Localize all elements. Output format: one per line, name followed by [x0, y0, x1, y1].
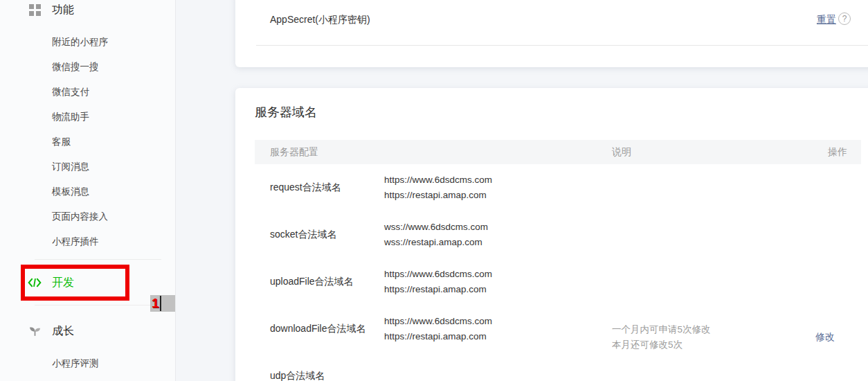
table-row: downloadFile合法域名 https://www.6dsdcms.com…: [255, 305, 612, 353]
domain-type-label: downloadFile合法域名: [255, 323, 384, 335]
sidebar-item-plugins[interactable]: 小程序插件: [52, 235, 99, 249]
sidebar-section-growth[interactable]: 成长: [0, 321, 176, 341]
col-header-desc: 说明: [612, 146, 820, 159]
annotation-marker: 1: [150, 295, 175, 312]
sidebar-item-template-message[interactable]: 模板消息: [52, 185, 89, 199]
table-body: request合法域名 https://www.6dsdcms.com http…: [255, 164, 861, 381]
domain-url: https://restapi.amap.com: [384, 329, 612, 344]
domain-url: https://restapi.amap.com: [384, 282, 612, 297]
sidebar-item-page-content[interactable]: 页面内容接入: [52, 210, 108, 224]
domain-values: https://www.6dsdcms.com https://restapi.…: [384, 267, 612, 297]
sidebar-divider: [35, 305, 161, 305]
sidebar-section-develop[interactable]: 开发: [0, 273, 176, 292]
sidebar-section-features[interactable]: 功能: [0, 0, 176, 19]
domain-url: https://www.6dsdcms.com: [384, 314, 612, 329]
domain-type-label: udp合法域名: [255, 370, 384, 381]
table-row: udp合法域名: [255, 353, 612, 381]
col-header-config: 服务器配置: [270, 146, 612, 159]
server-domain-card: 服务器域名 服务器配置 说明 操作 request合法域名 https://ww…: [235, 88, 868, 381]
domain-type-label: socket合法域名: [255, 229, 384, 241]
domain-url: https://www.6dsdcms.com: [384, 172, 612, 188]
sidebar-section-label: 开发: [52, 276, 74, 290]
modify-quota-description: 一个月内可申请5次修改 本月还可修改5次: [612, 322, 711, 353]
help-icon[interactable]: ?: [838, 12, 851, 25]
sprout-icon: [28, 324, 42, 338]
sidebar-section-label: 成长: [52, 324, 74, 339]
sidebar-section-label: 功能: [52, 3, 74, 17]
sidebar-item-logistics[interactable]: 物流助手: [52, 110, 89, 124]
app-secret-reset-link[interactable]: 重置: [817, 14, 836, 26]
domain-type-label: uploadFile合法域名: [255, 276, 384, 288]
annotation-cursor: [160, 296, 161, 311]
wechat-miniprogram-console: 功能 附近的小程序 微信搜一搜 微信支付 物流助手 客服 订阅消息 模板消息 页…: [0, 0, 868, 381]
sidebar-item-pay[interactable]: 微信支付: [52, 85, 89, 99]
table-row: uploadFile合法域名 https://www.6dsdcms.com h…: [255, 258, 612, 305]
card-divider: [256, 45, 868, 46]
grid-icon: [28, 3, 42, 17]
help-glyph: ?: [842, 14, 847, 24]
domain-values: https://www.6dsdcms.com https://restapi.…: [384, 172, 612, 203]
sidebar-divider: [35, 259, 161, 260]
server-domain-title: 服务器域名: [255, 104, 317, 121]
sidebar: 功能 附近的小程序 微信搜一搜 微信支付 物流助手 客服 订阅消息 模板消息 页…: [0, 0, 176, 381]
app-secret-label: AppSecret(小程序密钥): [270, 14, 370, 26]
annotation-marker-label: 1: [152, 296, 159, 311]
domain-type-label: request合法域名: [255, 181, 384, 194]
sidebar-item-search[interactable]: 微信搜一搜: [52, 60, 99, 74]
table-header: 服务器配置 说明 操作: [255, 140, 861, 164]
quota-line: 一个月内可申请5次修改: [612, 322, 711, 337]
sidebar-item-evaluation[interactable]: 小程序评测: [52, 357, 99, 371]
sidebar-item-nearby[interactable]: 附近的小程序: [52, 35, 108, 49]
modify-link[interactable]: 修改: [815, 331, 835, 344]
domain-url: wss://restapi.amap.com: [384, 235, 612, 250]
code-icon: [28, 276, 42, 290]
domain-url: https://www.6dsdcms.com: [384, 267, 612, 282]
sidebar-item-subscribe-message[interactable]: 订阅消息: [52, 160, 89, 174]
domain-url: https://restapi.amap.com: [384, 188, 612, 203]
col-header-operation: 操作: [820, 146, 861, 159]
app-secret-card: AppSecret(小程序密钥) 重置 ?: [235, 0, 868, 67]
domain-values: https://www.6dsdcms.com https://restapi.…: [384, 314, 612, 344]
table-row: request合法域名 https://www.6dsdcms.com http…: [255, 164, 612, 211]
sidebar-item-customer-service[interactable]: 客服: [52, 135, 71, 149]
domain-values: wss://www.6dsdcms.com wss://restapi.amap…: [384, 220, 612, 250]
quota-line: 本月还可修改5次: [612, 337, 711, 353]
domain-url: wss://www.6dsdcms.com: [384, 220, 612, 235]
table-row: socket合法域名 wss://www.6dsdcms.com wss://r…: [255, 211, 612, 258]
